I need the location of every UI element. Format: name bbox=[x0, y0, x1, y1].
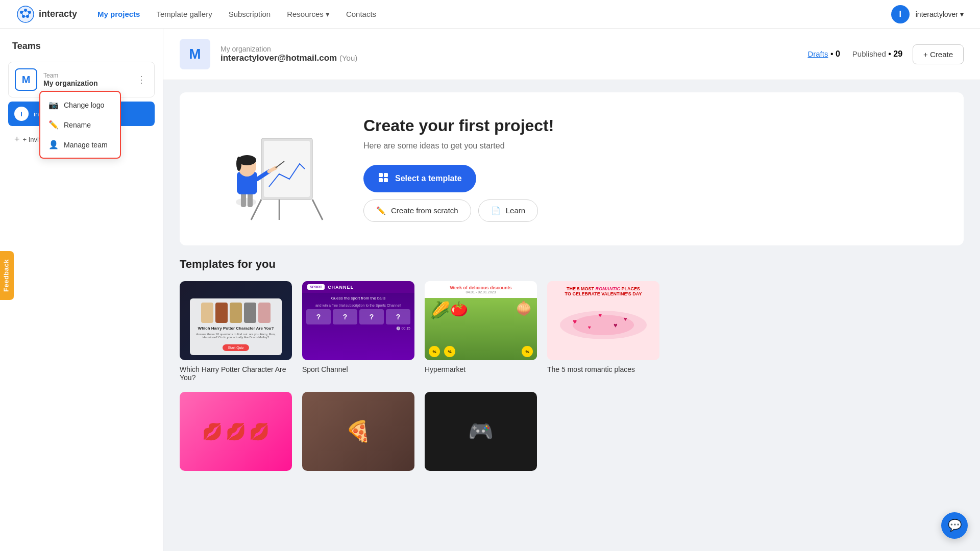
nav-my-projects[interactable]: My projects bbox=[97, 10, 140, 18]
navbar: interacty My projects Template gallery S… bbox=[0, 0, 980, 29]
change-logo-menu-item[interactable]: 📷 Change logo bbox=[40, 95, 120, 115]
sidebar-title: Teams bbox=[8, 41, 155, 52]
user-avatar: I bbox=[891, 5, 910, 23]
select-template-button[interactable]: Select a template bbox=[363, 165, 476, 192]
logo-text: interacty bbox=[39, 9, 77, 19]
svg-text:♥: ♥ bbox=[573, 317, 577, 325]
chat-icon: 💬 bbox=[948, 519, 962, 532]
chat-bubble-button[interactable]: 💬 bbox=[941, 512, 968, 539]
nav-contacts[interactable]: Contacts bbox=[346, 10, 376, 18]
svg-text:♥: ♥ bbox=[598, 312, 602, 319]
create-from-scratch-button[interactable]: ✏️ Create from scratch bbox=[363, 199, 471, 222]
template-card-bottom-2[interactable]: 🍕 bbox=[302, 392, 414, 476]
svg-point-22 bbox=[236, 157, 241, 171]
hero-illustration bbox=[200, 113, 333, 225]
user-dropdown-arrow: ▾ bbox=[960, 10, 964, 18]
org-stats: Drafts • 0 Published • 29 bbox=[807, 49, 902, 59]
templates-grid-bottom: 💋 💋 💋 🍕 🎮 bbox=[180, 392, 964, 476]
svg-rect-29 bbox=[384, 178, 388, 182]
template-thumb-bottom-2: 🍕 bbox=[302, 392, 414, 471]
hero-text: Create your first project! Here are some… bbox=[363, 116, 943, 222]
templates-section: Templates for you Whi bbox=[163, 258, 980, 496]
template-label-hypermarket: Hypermarket bbox=[425, 365, 537, 373]
template-card-harry-potter[interactable]: Which Harry Potter Character Are You? An… bbox=[180, 281, 292, 382]
camera-icon: 📷 bbox=[48, 100, 59, 110]
svg-text:♥: ♥ bbox=[614, 321, 618, 329]
user-menu[interactable]: interactylover ▾ bbox=[916, 10, 964, 18]
plus-icon: + bbox=[14, 134, 20, 145]
svg-text:♥: ♥ bbox=[588, 324, 591, 330]
template-card-bottom-3[interactable]: 🎮 bbox=[425, 392, 537, 476]
template-thumb-bottom-3: 🎮 bbox=[425, 392, 537, 471]
nav-template-gallery[interactable]: Template gallery bbox=[156, 10, 212, 18]
org-info: My organization interactylover@hotmail.c… bbox=[220, 45, 797, 63]
team-name: My organization bbox=[43, 79, 129, 87]
feedback-tab[interactable]: Feedback bbox=[0, 251, 14, 300]
team-item[interactable]: M Team My organization ⋮ 📷 Change logo ✏… bbox=[8, 62, 155, 97]
published-stat: Published • 29 bbox=[852, 49, 902, 59]
pencil-icon: ✏️ bbox=[376, 206, 386, 215]
hero-section: Create your first project! Here are some… bbox=[180, 92, 964, 245]
create-button[interactable]: + Create bbox=[913, 44, 964, 64]
template-thumb-hypermarket: Week of delicious discounts 04.01 - 02.0… bbox=[425, 281, 537, 360]
team-avatar: M bbox=[15, 68, 37, 91]
hero-subtitle: Here are some ideas to get you started bbox=[363, 141, 943, 151]
templates-grid: Which Harry Potter Character Are You? An… bbox=[180, 281, 964, 382]
template-thumb-harry-potter: Which Harry Potter Character Are You? An… bbox=[180, 281, 292, 360]
content-area: M My organization interactylover@hotmail… bbox=[163, 29, 980, 551]
grid-icon bbox=[378, 172, 389, 185]
team-options-button[interactable]: ⋮ bbox=[135, 72, 148, 87]
nav-subscription[interactable]: Subscription bbox=[229, 10, 271, 18]
svg-rect-26 bbox=[379, 173, 383, 177]
svg-line-14 bbox=[312, 199, 323, 220]
main-layout: Teams M Team My organization ⋮ 📷 Change … bbox=[0, 29, 980, 551]
svg-rect-28 bbox=[379, 178, 383, 182]
hero-title: Create your first project! bbox=[363, 116, 943, 135]
drafts-link[interactable]: Drafts bbox=[807, 49, 828, 58]
template-card-romantic[interactable]: THE 5 MOST ROMANTIC PLACESTO CELEBRATE V… bbox=[547, 281, 659, 382]
svg-point-0 bbox=[17, 6, 34, 22]
chevron-down-icon: ▾ bbox=[326, 10, 330, 19]
person-icon: 👤 bbox=[48, 140, 59, 149]
template-card-hypermarket[interactable]: Week of delicious discounts 04.01 - 02.0… bbox=[425, 281, 537, 382]
learn-button[interactable]: 📄 Learn bbox=[478, 199, 538, 222]
org-email: interactylover@hotmail.com (You) bbox=[220, 53, 797, 63]
template-label-harry-potter: Which Harry Potter Character Are You? bbox=[180, 365, 292, 382]
template-card-sport-channel[interactable]: SPORT CHANNEL Guess the sport from the b… bbox=[302, 281, 414, 382]
nav-right: I interactylover ▾ bbox=[891, 5, 964, 23]
hero-buttons: Select a template ✏️ Create from scratch… bbox=[363, 165, 943, 222]
template-card-bottom-1[interactable]: 💋 💋 💋 bbox=[180, 392, 292, 476]
org-header: M My organization interactylover@hotmail… bbox=[163, 29, 980, 80]
drafts-stat: Drafts • 0 bbox=[807, 49, 840, 59]
template-thumb-bottom-1: 💋 💋 💋 bbox=[180, 392, 292, 471]
templates-title: Templates for you bbox=[180, 258, 964, 271]
context-menu: 📷 Change logo ✏️ Rename 👤 Manage team bbox=[39, 91, 121, 159]
template-label-sport-channel: Sport Channel bbox=[302, 365, 414, 373]
org-name: My organization bbox=[220, 45, 797, 53]
sidebar: Teams M Team My organization ⋮ 📷 Change … bbox=[0, 29, 163, 551]
org-avatar: M bbox=[180, 39, 210, 69]
rename-menu-item[interactable]: ✏️ Rename bbox=[40, 115, 120, 135]
nav-resources[interactable]: Resources ▾ bbox=[287, 10, 330, 19]
template-label-romantic: The 5 most romantic places bbox=[547, 365, 659, 373]
pencil-icon: ✏️ bbox=[48, 120, 59, 130]
logo[interactable]: interacty bbox=[16, 5, 77, 23]
nav-links: My projects Template gallery Subscriptio… bbox=[97, 10, 891, 19]
template-thumb-romantic: THE 5 MOST ROMANTIC PLACESTO CELEBRATE V… bbox=[547, 281, 659, 360]
manage-team-menu-item[interactable]: 👤 Manage team bbox=[40, 135, 120, 155]
svg-rect-27 bbox=[384, 173, 388, 177]
member-avatar: I bbox=[14, 107, 29, 121]
secondary-buttons: ✏️ Create from scratch 📄 Learn bbox=[363, 199, 943, 222]
svg-text:♥: ♥ bbox=[624, 316, 627, 322]
document-icon: 📄 bbox=[491, 206, 501, 215]
template-thumb-sport-channel: SPORT CHANNEL Guess the sport from the b… bbox=[302, 281, 414, 360]
team-info: Team My organization bbox=[43, 72, 129, 87]
team-label: Team bbox=[43, 72, 129, 79]
